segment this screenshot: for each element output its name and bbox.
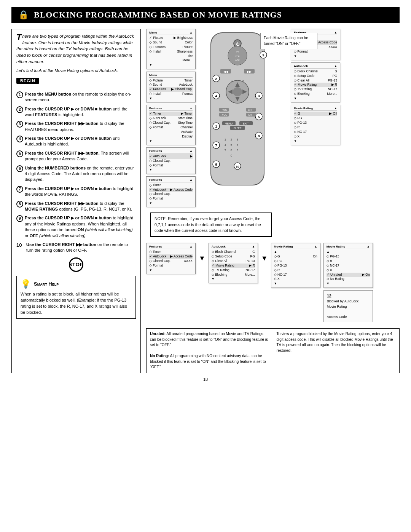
screen-movie3-row1: ◇ PG-13 <box>327 254 370 259</box>
movie-rating-col: Movie Rating▲ ▲ ◇ PG-13 ◇ R ◇ NC-17 ◇ X … <box>323 243 373 322</box>
screen-menu2-row4: ◇ InstallFormat <box>149 92 193 96</box>
screen-bal-row6: ◇ BlockingMore... <box>212 273 255 277</box>
screen-features1-row4: ◇ FormatChannel <box>149 125 193 130</box>
bottom-info-col2: To view a program blocked by the Movie R… <box>273 329 400 373</box>
screen-movie3-row2: ◇ R <box>327 259 370 264</box>
screen-movie1: Movie Rating▲ ✓ G▶ Off ◇ PG ◇ PG-13 ◇ R … <box>291 105 340 145</box>
svg-text:MENU: MENU <box>225 122 233 125</box>
remote-svg: ⏻ TV VCR ACC 9 2 <box>199 29 276 193</box>
svg-text:4: 4 <box>225 143 226 147</box>
sub-intro: Let's first look at the Movie Rating opt… <box>16 68 136 73</box>
bottom-view-text: To view a program blocked by the Movie R… <box>277 332 393 353</box>
screen-features1-row3: ◇ Closed Cap.Stop Time <box>149 121 193 125</box>
bottom-info: Unrated: All unrated programming based o… <box>146 328 400 373</box>
screen-bal-row5: ◇ TV RatingNC-17 <box>212 268 255 273</box>
stop-icon: STOP <box>69 257 83 272</box>
svg-text:CH -: CH - <box>248 113 253 116</box>
step-1: 1 Press the MENU button on the remote to… <box>16 91 136 103</box>
screen-menu2: Menu ◇ PictureTimer ◇ SoundAutoLock ✓ Fe… <box>146 72 196 103</box>
svg-text:7: 7 <box>225 149 226 152</box>
step-num-2: 2 <box>16 106 23 113</box>
screen-movie1-row5: ◇ NC-17 <box>294 130 337 134</box>
screen-movie3-row3: ◇ NC-17 <box>327 264 370 268</box>
step-num-6: 6 <box>16 165 23 172</box>
step-4: 4 Press the CURSOR UP ▶ or DOWN ■ button… <box>16 136 136 147</box>
step-text-1: Press the MENU button on the remote to d… <box>25 91 136 103</box>
screen-movie3-row6: ◇ No Rating <box>327 277 370 281</box>
screen-menu2-row2: ◇ SoundAutoLock <box>149 83 193 87</box>
note-box: NOTE: Remember, if you ever forget your … <box>150 212 272 237</box>
bulb-icon: 💡 <box>21 279 31 289</box>
screen-menu1-row6: More... <box>149 58 193 63</box>
screen-features1-row6: Display <box>149 134 193 139</box>
svg-text:ACC: ACC <box>235 59 240 61</box>
bottom-info-col1: Unrated: All unrated programming based o… <box>147 329 273 373</box>
step-num-1: 1 <box>16 91 23 98</box>
step-text-10: Use the CURSOR RIGHT ▶▶ button on the re… <box>26 242 136 254</box>
screen-bal-row4: ✓ Movie Rating▶ R <box>212 264 255 268</box>
screen-features2-title: Features▲ <box>149 149 193 153</box>
svg-text:2: 2 <box>242 80 244 83</box>
screen-12: 12 Blocked by AutoLock Movie Rating Acce… <box>323 290 373 323</box>
screen-movie2-row1: ◇ GOn <box>274 254 317 259</box>
screen-features3-title: Features▲ <box>149 178 193 182</box>
screen-movie2-row6: ◇ X <box>274 277 317 281</box>
screen-menu2-scroll: ▼ <box>149 96 193 101</box>
page: 🔒 Blocking Programming Based on Movie Ra… <box>0 0 411 532</box>
screen-features3: Features▲ ◇ Timer ✓ AutoLock▶ Access Cod… <box>146 176 196 208</box>
svg-text:CH +: CH + <box>248 109 254 111</box>
screen-bal-scroll: ▼ <box>212 277 255 281</box>
screen-bottom-autolock-title: Features▲ <box>149 245 193 249</box>
step-text-2: Press the CURSOR UP ▶ or DOWN ■ button u… <box>25 106 136 118</box>
note-text: NOTE: Remember, if you ever forget your … <box>155 216 261 232</box>
svg-text:5: 5 <box>231 143 233 147</box>
screen-bottom-al-scroll: ▼ <box>149 268 193 272</box>
screen-menu2-row1: ◇ PictureTimer <box>149 78 193 83</box>
svg-text:8: 8 <box>231 149 233 152</box>
step-text-9: Press the CURSOR UP ▶ or DOWN ■ button t… <box>25 215 136 239</box>
screen-features1: Features▲ ✓ Timer▶ Timer ◇ AutoLockStart… <box>146 105 196 145</box>
screen-features2: Features▲ ✓ AutoLock▶ ◇ Closed Cap. ◇ Fo… <box>146 147 196 174</box>
svg-text:1: 1 <box>225 138 226 141</box>
screen-autolock2-row2: ◇ Setup CodePG <box>294 74 337 78</box>
down-arrow-icon2: ▼ <box>261 254 268 262</box>
step-num-3: 3 <box>16 121 23 128</box>
screen-features2-row1: ✓ AutoLock▶ <box>149 154 193 159</box>
screen-bottom-al-full: AutoLock▲ ◇ Block ChannelG ◇ Setup CodeP… <box>209 243 258 283</box>
screen12-line5: Access Code <box>327 315 370 320</box>
svg-text:VCR: VCR <box>235 55 240 58</box>
bottom-unrated-title: Unrated: <box>150 332 166 336</box>
screen-movie1-row3: ◇ PG-13 <box>294 121 337 125</box>
svg-text:2: 2 <box>231 138 233 141</box>
svg-text:0: 0 <box>231 154 233 157</box>
step-num-7: 7 <box>16 186 23 193</box>
svg-text:2: 2 <box>215 77 217 81</box>
screen-menu1-row1: ✓ Picture▶ Brightness <box>149 36 193 40</box>
stop-badge: STOP <box>16 257 136 272</box>
screen-bottom-al-row1: ◇ Timer <box>149 250 193 254</box>
note-area: NOTE: Remember, if you ever forget your … <box>150 212 400 237</box>
screen-movie2-row3: ◇ PG-13 <box>274 264 317 268</box>
drop-cap: T <box>16 33 21 42</box>
step-7: 7 Press the CURSOR UP ▶ or DOWN ■ button… <box>16 186 136 198</box>
step-text-8: Press the CURSOR RIGHT ▶▶ button to disp… <box>25 201 136 212</box>
screen12-line3: Movie Rating <box>327 304 370 310</box>
step-num-10: 10 <box>16 242 25 249</box>
screen-features1-row1: ✓ Timer▶ Timer <box>149 112 193 116</box>
svg-text:- VOL: - VOL <box>221 113 227 116</box>
svg-text:1: 1 <box>215 125 217 128</box>
screen-autolock1-row4: ◇ Format <box>294 50 337 54</box>
svg-text:TV: TV <box>236 51 239 53</box>
screen-bal-row2: ◇ Setup CodePG <box>212 254 255 259</box>
bottom-screens: Features▲ ◇ Timer ✓ AutoLock▶ Access Cod… <box>146 243 400 322</box>
bottom-unrated-text: All unrated programming based on Movie a… <box>150 332 268 347</box>
screen-movie3-title: Movie Rating▲ <box>327 245 370 249</box>
top-right: Menu▲ ✓ Picture▶ Brightness ◇ SoundColor… <box>146 29 400 207</box>
screen-movie1-row2: ◇ PG <box>294 116 337 121</box>
screen-bottom-al-row2: ✓ AutoLock▶ Access Code <box>149 254 193 259</box>
screen-movie1-row4: ◇ R <box>294 125 337 130</box>
screen-features3-row2: ✓ AutoLock▶ Access Code <box>149 188 193 192</box>
svg-text:3: 3 <box>237 138 239 141</box>
step-num-9: 9 <box>16 215 23 222</box>
svg-text:4: 4 <box>215 94 217 98</box>
